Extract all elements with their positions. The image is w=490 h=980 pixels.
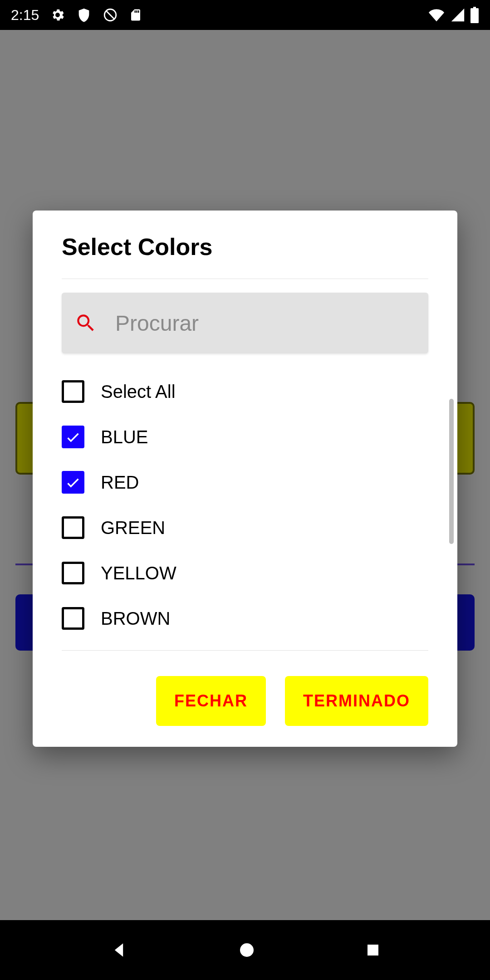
svg-rect-1 bbox=[368, 945, 378, 956]
checkbox-icon bbox=[62, 516, 84, 539]
option-label: Select All bbox=[101, 382, 176, 402]
option-green[interactable]: GREEN bbox=[33, 505, 457, 550]
search-input[interactable] bbox=[115, 311, 416, 336]
close-button[interactable]: FECHAR bbox=[156, 676, 266, 726]
option-blue[interactable]: BLUE bbox=[33, 414, 457, 460]
shield-icon bbox=[76, 7, 92, 23]
status-time: 2:15 bbox=[11, 7, 39, 24]
home-icon[interactable] bbox=[238, 941, 256, 959]
no-sim-icon bbox=[103, 7, 118, 23]
search-icon bbox=[74, 312, 97, 334]
status-bar: 2:15 bbox=[0, 0, 490, 30]
back-icon[interactable] bbox=[109, 940, 129, 960]
checkbox-checked-icon bbox=[62, 426, 84, 448]
option-label: BROWN bbox=[101, 608, 170, 629]
option-yellow[interactable]: YELLOW bbox=[33, 550, 457, 596]
option-label: RED bbox=[101, 472, 139, 493]
option-label: YELLOW bbox=[101, 563, 176, 583]
navigation-bar bbox=[0, 920, 490, 980]
select-all-option[interactable]: Select All bbox=[33, 369, 457, 414]
dialog-actions: FECHAR TERMINADO bbox=[33, 651, 457, 726]
status-right bbox=[427, 7, 479, 23]
scrollbar[interactable] bbox=[449, 399, 454, 544]
battery-icon bbox=[470, 7, 479, 23]
checkbox-checked-icon bbox=[62, 471, 84, 494]
svg-point-0 bbox=[240, 943, 254, 957]
wifi-icon bbox=[427, 7, 446, 23]
dialog-title: Select Colors bbox=[33, 233, 457, 279]
options-list: Select All BLUE RED GREEN YELLOW BROWN bbox=[33, 364, 457, 641]
option-red[interactable]: RED bbox=[33, 460, 457, 505]
signal-icon bbox=[450, 7, 466, 23]
gear-icon bbox=[50, 7, 65, 23]
recent-icon[interactable] bbox=[365, 942, 381, 958]
divider bbox=[62, 279, 428, 279]
search-box[interactable] bbox=[62, 293, 428, 353]
select-colors-dialog: Select Colors Select All BLUE RED GREEN … bbox=[33, 211, 457, 747]
option-brown[interactable]: BROWN bbox=[33, 596, 457, 641]
done-button[interactable]: TERMINADO bbox=[285, 676, 428, 726]
checkbox-icon bbox=[62, 562, 84, 584]
option-label: BLUE bbox=[101, 427, 148, 447]
sd-card-icon bbox=[129, 7, 142, 23]
option-label: GREEN bbox=[101, 518, 165, 538]
checkbox-icon bbox=[62, 380, 84, 403]
status-left: 2:15 bbox=[11, 7, 142, 24]
checkbox-icon bbox=[62, 607, 84, 630]
